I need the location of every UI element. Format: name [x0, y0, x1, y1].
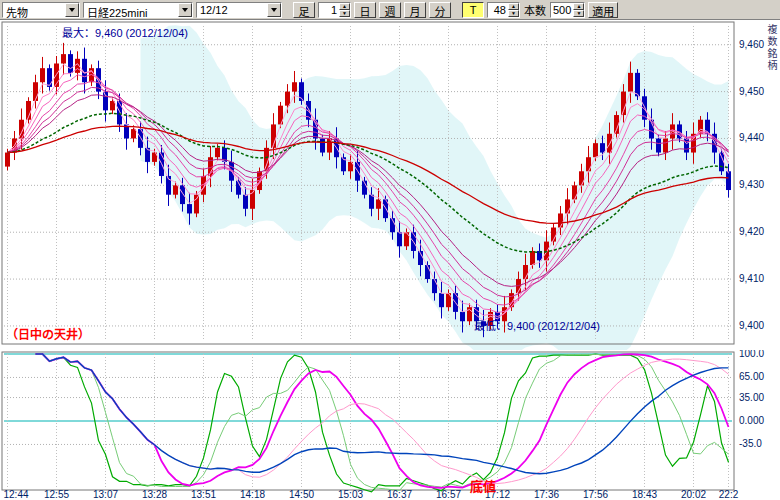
time-axis-label: 17:36 — [534, 489, 559, 500]
oscillator-axis-label: 65.00 — [739, 371, 764, 382]
time-axis-label: 20:02 — [681, 489, 706, 500]
price-axis-label: 9,430 — [739, 179, 764, 190]
toolbar: 先物 日経225mini 12/12 足 1 ▲ ▼ 日 週 月 分 T 48 — [0, 0, 780, 20]
tick-count-value: 48 — [488, 3, 508, 17]
intraday-ceiling-annotation: （日中の天井） — [6, 327, 90, 342]
interval-spin-down-icon[interactable]: ▼ — [339, 10, 350, 17]
bars-count-spinner[interactable]: 500 ▲ ▼ — [550, 2, 585, 18]
interval-spinner[interactable]: 1 ▲ ▼ — [318, 2, 351, 18]
oscillator-axis-label: -35.0 — [739, 438, 762, 449]
bars-count-label: 本数 — [523, 2, 547, 18]
price-axis-label: 9,440 — [739, 132, 764, 143]
time-axis-label: 18:43 — [632, 489, 657, 500]
bar-type-button[interactable]: 足 — [293, 2, 315, 18]
tick-mode-toggle[interactable]: T — [462, 2, 484, 18]
apply-button[interactable]: 適用 — [588, 2, 618, 18]
time-axis-label: 13:51 — [191, 489, 216, 500]
interval-value: 1 — [319, 3, 339, 17]
time-axis-label: 12:44 — [3, 489, 28, 500]
instrument-dropdown-value: 先物 — [3, 3, 65, 17]
oscillator-axis-label: 35.00 — [739, 392, 764, 403]
oscillator-axis-label: 100.0 — [739, 350, 764, 359]
time-axis-label: 13:28 — [142, 489, 167, 500]
time-axis-label: 17:56 — [583, 489, 608, 500]
period-minute-button[interactable]: 分 — [429, 2, 451, 18]
time-axis-label: 22:2 — [719, 489, 739, 500]
chart-application-window: 先物 日経225mini 12/12 足 1 ▲ ▼ 日 週 月 分 T 48 — [0, 0, 780, 500]
interval-spin-up-icon[interactable]: ▲ — [339, 3, 350, 10]
date-dropdown-arrow-icon[interactable] — [267, 3, 281, 17]
instrument-dropdown-arrow-icon[interactable] — [65, 3, 79, 17]
oscillator-background — [0, 350, 780, 500]
time-axis-label: 13:07 — [93, 489, 118, 500]
time-axis-label: 12:55 — [44, 489, 69, 500]
time-axis-label: 15:03 — [338, 489, 363, 500]
time-axis-label: 16:57 — [436, 489, 461, 500]
tick-count-spinner[interactable]: 48 ▲ ▼ — [487, 2, 520, 18]
period-week-button[interactable]: 週 — [379, 2, 401, 18]
instrument-dropdown[interactable]: 先物 — [2, 2, 80, 18]
symbol-dropdown-arrow-icon[interactable] — [178, 3, 192, 17]
price-axis-label: 9,450 — [739, 86, 764, 97]
time-axis-label: 14:50 — [289, 489, 314, 500]
tick-count-spin-up-icon[interactable]: ▲ — [508, 3, 519, 10]
date-dropdown-value: 12/12 — [197, 3, 267, 17]
date-dropdown[interactable]: 12/12 — [196, 2, 282, 18]
multi-symbol-vertical-label[interactable]: 複数銘柄 — [764, 24, 779, 72]
period-day-button[interactable]: 日 — [354, 2, 376, 18]
tick-count-spin-down-icon[interactable]: ▼ — [508, 10, 519, 17]
max-price-annotation: 最大：9,460 (2012/12/04) — [62, 26, 188, 39]
oscillator-axis-label: 0.000 — [739, 415, 764, 426]
min-price-annotation: 最低：9,400 (2012/12/04) — [474, 320, 600, 332]
time-axis-label: 14:18 — [240, 489, 265, 500]
time-axis-label: 16:37 — [387, 489, 412, 500]
bars-count-spin-down-icon[interactable]: ▼ — [573, 10, 584, 17]
price-axis-label: 9,400 — [739, 320, 764, 331]
bottom-price-annotation: 底値 — [470, 479, 496, 494]
oscillator-chart[interactable]: 100.065.0035.000.000-35.012:4412:5513:07… — [0, 350, 780, 500]
bars-count-spin-up-icon[interactable]: ▲ — [573, 3, 584, 10]
price-axis-label: 9,420 — [739, 226, 764, 237]
symbol-dropdown[interactable]: 日経225mini — [83, 2, 193, 18]
period-month-button[interactable]: 月 — [404, 2, 426, 18]
main-price-chart[interactable]: 9,4609,4509,4409,4309,4209,4109,400最大：9,… — [0, 20, 780, 350]
price-axis-label: 9,460 — [739, 39, 764, 50]
price-axis-label: 9,410 — [739, 273, 764, 284]
symbol-dropdown-value: 日経225mini — [84, 3, 178, 17]
bars-count-value: 500 — [551, 3, 573, 17]
